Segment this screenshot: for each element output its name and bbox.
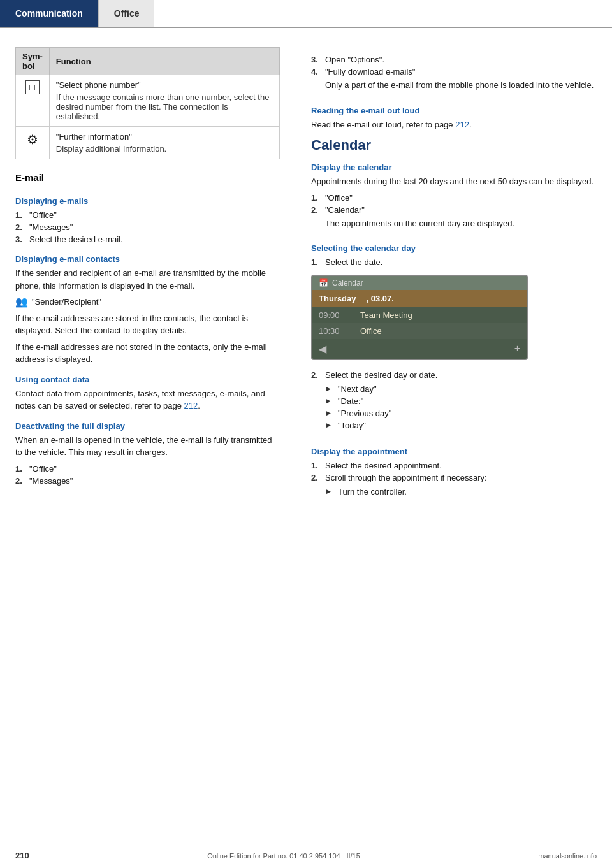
display-calendar-note: The appointments on the current day are … xyxy=(325,217,597,230)
displaying-contacts-body2: If the e-mail addresses are stored in th… xyxy=(15,312,280,337)
calendar-event-row: 09:00 Team Meeting xyxy=(312,307,527,323)
event-name-2: Office xyxy=(360,326,382,336)
display-calendar-subtitle: Display the calendar xyxy=(311,163,597,172)
list-item: 1.Select the date. xyxy=(311,256,597,268)
calendar-day: Thursday xyxy=(319,294,356,303)
scroll-options-list: Turn the controller. xyxy=(325,486,597,498)
display-calendar-list: 1."Office" 2."Calendar" The appointments… xyxy=(311,192,597,235)
page-footer: 210 Online Edition for Part no. 01 40 2 … xyxy=(0,843,612,868)
displaying-emails-subtitle: Displaying e-mails xyxy=(15,196,280,206)
footer-text: Online Edition for Part no. 01 40 2 954 … xyxy=(207,852,360,860)
list-item: "Date:" xyxy=(325,395,597,407)
list-item: "Next day" xyxy=(325,383,597,395)
displaying-emails-list: 1."Office" 2."Messages" 3.Select the des… xyxy=(15,209,280,245)
info-icon: ⚙ xyxy=(27,133,38,147)
list-item: "Today" xyxy=(325,419,597,431)
list-item: 3.Select the desired e-mail. xyxy=(15,233,280,245)
content-wrapper: Sym-bol Function ☐ "Select phone number"… xyxy=(0,28,612,554)
sender-icon: 👥 xyxy=(15,296,28,308)
list-item: 2. Scroll through the appointment if nec… xyxy=(311,472,597,504)
page-header: Communication Office xyxy=(0,0,612,28)
table-row: ⚙ "Further information" Display addition… xyxy=(16,127,280,159)
event-name-1: Team Meeting xyxy=(360,310,412,320)
reading-subtitle: Reading the e-mail out loud xyxy=(311,106,597,115)
using-contact-body: Contact data from appointments, tasks, t… xyxy=(15,387,280,412)
displaying-contacts-body3: If the e-mail addresses are not stored i… xyxy=(15,341,280,366)
list-item: 3.Open "Options". xyxy=(311,54,597,66)
symbol-function-table: Sym-bol Function ☐ "Select phone number"… xyxy=(15,47,280,159)
tab-office[interactable]: Office xyxy=(98,0,155,27)
tab-communication[interactable]: Communication xyxy=(0,0,98,27)
col-symbol-header: Sym-bol xyxy=(16,48,50,75)
calendar-ui-mock: 📅 Calendar Thursday , 03.07. 09:00 Team … xyxy=(311,275,528,360)
email-section-title: E-mail xyxy=(15,172,280,183)
footer-site: manualsonline.info xyxy=(538,852,597,860)
function-phone-sub: If the message contains more than one nu… xyxy=(56,92,273,121)
display-calendar-body: Appointments during the last 20 days and… xyxy=(311,175,597,188)
using-contact-subtitle: Using contact data xyxy=(15,375,280,384)
symbol-phone: ☐ xyxy=(16,75,50,127)
phone-icon: ☐ xyxy=(26,80,40,94)
calendar-event-row: 10:30 Office xyxy=(312,323,527,339)
list-item: "Previous day" xyxy=(325,407,597,419)
symbol-info: ⚙ xyxy=(16,127,50,159)
divider xyxy=(15,187,280,187)
options-steps-list: 3.Open "Options". 4. "Fully download e-m… xyxy=(311,54,597,97)
list-item: 1.Select the desired appointment. xyxy=(311,459,597,472)
function-info: "Further information" Display additional… xyxy=(49,127,279,159)
calendar-header-row: Thursday , 03.07. xyxy=(312,290,527,307)
tab-office-label: Office xyxy=(114,8,140,18)
calendar-nav-row: ◀ + xyxy=(312,339,527,359)
function-info-sub: Display additional information. xyxy=(56,144,273,154)
displaying-contacts-subtitle: Displaying e-mail contacts xyxy=(15,254,280,264)
list-item: 1."Office" xyxy=(15,463,280,475)
displaying-contacts-body1: If the sender and recipient of an e-mail… xyxy=(15,267,280,292)
event-time-2: 10:30 xyxy=(319,326,347,336)
page-number: 210 xyxy=(15,851,29,860)
function-phone: "Select phone number" If the message con… xyxy=(49,75,279,127)
table-row: ☐ "Select phone number" If the message c… xyxy=(16,75,280,127)
col-function-header: Function xyxy=(49,48,279,75)
calendar-prev-btn[interactable]: ◀ xyxy=(319,343,326,355)
deactivating-subtitle: Deactivating the full display xyxy=(15,421,280,431)
list-item: 2."Messages" xyxy=(15,475,280,487)
display-appointment-list: 1.Select the desired appointment. 2. Scr… xyxy=(311,459,597,504)
list-item: 1."Office" xyxy=(311,192,597,204)
left-column: Sym-bol Function ☐ "Select phone number"… xyxy=(0,41,293,516)
calendar-titlebar: 📅 Calendar xyxy=(312,276,527,290)
list-item: Turn the controller. xyxy=(325,486,597,498)
selecting-day-step2-list: 2. Select the desired day or date. "Next… xyxy=(311,369,597,438)
calendar-icon: 📅 xyxy=(319,278,328,287)
list-item: 2."Calendar" The appointments on the cur… xyxy=(311,204,597,235)
deactivating-list: 1."Office" 2."Messages" xyxy=(15,463,280,487)
reading-page-link[interactable]: 212 xyxy=(455,120,469,129)
event-time-1: 09:00 xyxy=(319,310,347,320)
day-options-list: "Next day" "Date:" "Previous day" "Today… xyxy=(325,383,597,431)
right-column: 3.Open "Options". 4. "Fully download e-m… xyxy=(293,41,612,516)
list-item: 2."Messages" xyxy=(15,221,280,233)
calendar-date: , 03.07. xyxy=(367,294,394,303)
display-appointment-subtitle: Display the appointment xyxy=(311,447,597,456)
calendar-next-btn[interactable]: + xyxy=(514,343,520,355)
fully-download-note: Only a part of the e-mail from the mobil… xyxy=(325,79,597,92)
selecting-day-list: 1.Select the date. xyxy=(311,256,597,268)
tab-communication-label: Communication xyxy=(15,8,83,18)
deactivating-body: When an e-mail is opened in the vehicle,… xyxy=(15,434,280,459)
list-item: 4. "Fully download e-mails" Only a part … xyxy=(311,66,597,97)
list-item: 1."Office" xyxy=(15,209,280,221)
sender-recipient-row: 👥 "Sender/Recipient" xyxy=(15,296,280,308)
function-info-main: "Further information" xyxy=(56,132,273,141)
using-contact-page-link[interactable]: 212 xyxy=(184,401,198,410)
function-phone-main: "Select phone number" xyxy=(56,80,273,90)
selecting-day-subtitle: Selecting the calendar day xyxy=(311,243,597,253)
calendar-title-text: Calendar xyxy=(332,278,363,287)
list-item: 2. Select the desired day or date. "Next… xyxy=(311,369,597,438)
sender-label: "Sender/Recipient" xyxy=(32,296,101,308)
reading-body: Read the e-mail out loud, refer to page … xyxy=(311,119,597,131)
calendar-section-heading: Calendar xyxy=(311,137,597,154)
